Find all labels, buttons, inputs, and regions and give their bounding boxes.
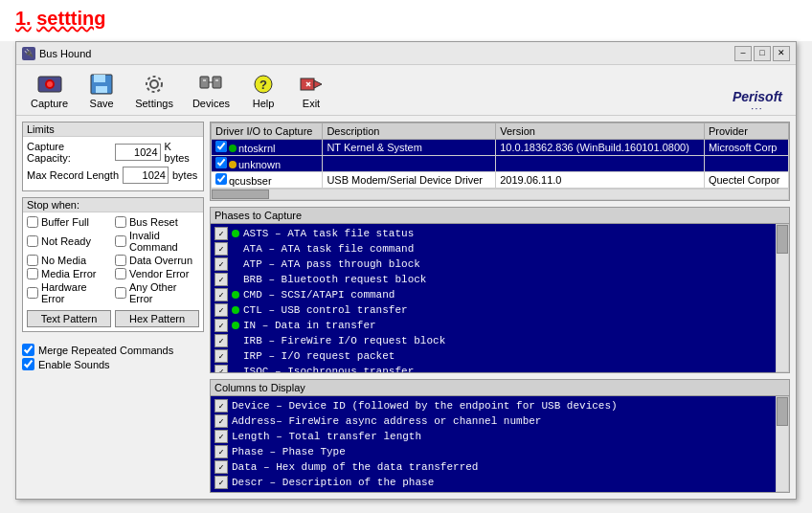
driver-checkbox[interactable]: [215, 141, 227, 152]
driver-checkbox[interactable]: [215, 173, 227, 185]
help-icon: ?: [250, 73, 277, 96]
list-item[interactable]: ✓BRB – Bluetooth request block: [213, 272, 774, 287]
stop-invalid-command: Invalid Command: [115, 230, 199, 253]
media-error-checkbox[interactable]: [27, 268, 38, 279]
left-panel: Limits Capture Capacity: K bytes Max Rec…: [22, 122, 204, 493]
svg-rect-10: [203, 79, 206, 81]
list-item[interactable]: ✓ASTS – ATA task file status: [213, 226, 774, 241]
list-item[interactable]: ✓CTL – USB control transfer: [213, 302, 774, 318]
driver-table-container: Driver I/O to Capture Description Versio…: [210, 122, 790, 201]
list-item[interactable]: ✓Address– FireWire async address or chan…: [213, 413, 774, 429]
buffer-full-checkbox[interactable]: [27, 216, 38, 228]
options-section: Merge Repeated Commands Enable Sounds: [22, 344, 204, 372]
enable-sounds-label: Enable Sounds: [38, 359, 110, 370]
column-checkbox[interactable]: ✓: [214, 430, 228, 443]
settings-button[interactable]: Settings: [126, 69, 182, 113]
list-item[interactable]: ✓IN – Data in transfer: [213, 318, 774, 333]
driver-description: USB Modem/Serial Device Driver: [323, 172, 496, 189]
list-item[interactable]: ✓IRB – FireWire I/O request block: [213, 333, 774, 348]
list-item[interactable]: ✓Descr – Description of the phase: [213, 475, 774, 490]
exit-button[interactable]: Exit: [288, 69, 334, 113]
not-ready-checkbox[interactable]: [27, 235, 38, 247]
capture-capacity-input[interactable]: [115, 144, 161, 161]
phase-label: CMD – SCSI/ATAPI command: [243, 289, 395, 301]
phase-label: ISOC – Isochronous transfer: [243, 366, 414, 372]
hex-pattern-button[interactable]: Hex Pattern: [115, 310, 199, 327]
phase-checkbox[interactable]: ✓: [214, 273, 228, 286]
capture-capacity-label: Capture Capacity:: [27, 141, 111, 164]
phases-section: Phases to Capture ✓ASTS – ATA task file …: [210, 207, 790, 373]
maximize-button[interactable]: □: [754, 46, 771, 61]
phase-dot: [232, 322, 239, 329]
phase-checkbox[interactable]: ✓: [214, 288, 228, 301]
invalid-command-checkbox[interactable]: [115, 235, 126, 247]
max-record-label: Max Record Length: [27, 169, 119, 181]
phases-vertical-scrollbar[interactable]: [776, 224, 789, 372]
phase-label: ATA – ATA task file command: [243, 243, 414, 255]
driver-checkbox[interactable]: [215, 157, 227, 168]
help-button[interactable]: ? Help: [240, 69, 286, 113]
no-media-checkbox[interactable]: [27, 255, 38, 266]
svg-rect-5: [96, 86, 107, 93]
phase-checkbox[interactable]: ✓: [214, 242, 228, 256]
limits-content: Capture Capacity: K bytes Max Record Len…: [23, 137, 203, 190]
table-row[interactable]: ntoskrnl: [212, 140, 323, 156]
list-item[interactable]: ✓Data – Hex dump of the data transferred: [213, 459, 774, 475]
bus-reset-checkbox[interactable]: [115, 216, 126, 228]
column-label: Device – Device ID (followed by the endp…: [232, 400, 618, 412]
phase-checkbox[interactable]: ✓: [214, 349, 228, 363]
stop-data-overrun: Data Overrun: [115, 255, 199, 266]
list-item[interactable]: ✓ATA – ATA task file command: [213, 241, 774, 256]
svg-point-2: [47, 81, 53, 87]
phases-title: Phases to Capture: [211, 208, 789, 224]
phase-dot-spacer: [232, 245, 239, 253]
text-pattern-button[interactable]: Text Pattern: [27, 310, 111, 327]
capture-button[interactable]: Capture: [22, 69, 77, 113]
list-item[interactable]: ✓IRP – I/O request packet: [213, 348, 774, 364]
phase-checkbox[interactable]: ✓: [214, 334, 228, 347]
column-checkbox[interactable]: ✓: [214, 476, 228, 489]
list-item[interactable]: ✓CMD – SCSI/ATAPI command: [213, 287, 774, 302]
vendor-error-checkbox[interactable]: [115, 268, 126, 279]
table-row[interactable]: qcusbser: [212, 172, 323, 189]
phase-checkbox[interactable]: ✓: [214, 319, 228, 332]
svg-rect-8: [200, 77, 209, 88]
max-record-input[interactable]: [123, 167, 169, 184]
column-checkbox[interactable]: ✓: [214, 399, 228, 413]
driver-horizontal-scrollbar[interactable]: [211, 189, 789, 200]
column-checkbox[interactable]: ✓: [214, 414, 228, 428]
list-item[interactable]: ✓Device – Device ID (followed by the end…: [213, 398, 774, 413]
columns-section: Columns to Display ✓Device – Device ID (…: [210, 379, 790, 493]
svg-rect-4: [94, 75, 105, 82]
save-button[interactable]: Save: [79, 69, 124, 113]
max-record-unit: bytes: [172, 169, 197, 181]
data-overrun-checkbox[interactable]: [115, 255, 126, 266]
close-button[interactable]: ✕: [773, 46, 790, 61]
enable-sounds-checkbox[interactable]: [22, 358, 34, 370]
phase-label: IN – Data in transfer: [243, 320, 376, 331]
column-checkbox[interactable]: ✓: [214, 445, 228, 458]
list-item[interactable]: ✓Phase – Phase Type: [213, 444, 774, 459]
column-checkbox[interactable]: ✓: [214, 460, 228, 474]
table-row[interactable]: unknown: [212, 156, 323, 172]
phase-dot: [232, 306, 239, 314]
list-item[interactable]: ✓ISOC – Isochronous transfer: [213, 364, 774, 372]
phase-checkbox[interactable]: ✓: [214, 257, 228, 271]
minimize-button[interactable]: –: [734, 46, 752, 61]
column-label: Phase – Phase Type: [232, 446, 346, 457]
hardware-error-checkbox[interactable]: [27, 287, 38, 299]
stop-any-other-error: Any Other Error: [115, 281, 199, 304]
list-item[interactable]: ✓Length – Total transfer length: [213, 429, 774, 444]
columns-vertical-scrollbar[interactable]: [776, 396, 789, 492]
devices-button[interactable]: Devices: [184, 69, 238, 113]
page-header: 1. settting: [0, 0, 812, 41]
phase-checkbox[interactable]: ✓: [214, 227, 228, 240]
merge-repeated-checkbox[interactable]: [22, 344, 34, 356]
list-item[interactable]: ✓ATP – ATA pass through block: [213, 256, 774, 272]
any-other-error-checkbox[interactable]: [115, 287, 126, 299]
phase-dot-spacer: [232, 352, 239, 360]
driver-version: 2019.06.11.0: [496, 172, 705, 189]
phase-checkbox[interactable]: ✓: [214, 303, 228, 317]
phase-checkbox[interactable]: ✓: [214, 365, 228, 372]
col-driver: Driver I/O to Capture: [212, 123, 323, 140]
